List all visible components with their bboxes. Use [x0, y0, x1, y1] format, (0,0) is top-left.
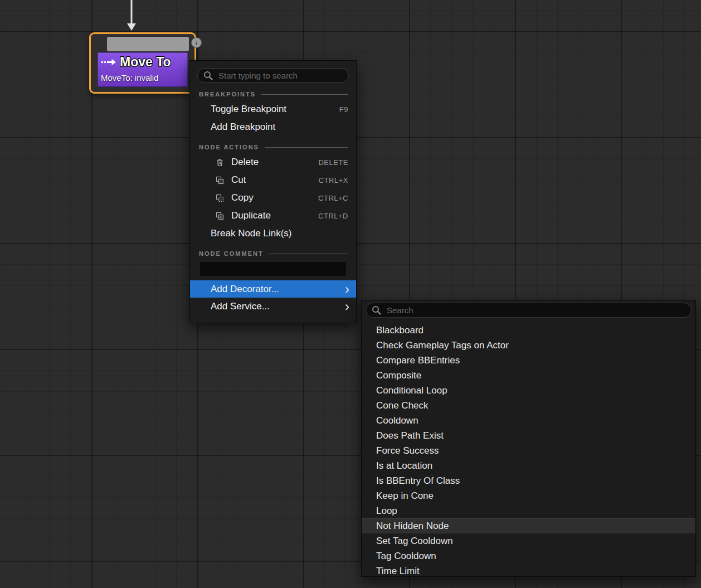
- decorator-item-cone-check[interactable]: Cone Check: [362, 398, 695, 413]
- decorator-item-is-bbentry-of-class[interactable]: Is BBEntry Of Class: [362, 473, 695, 488]
- decorator-list: Blackboard Check Gameplay Tags on Actor …: [362, 323, 695, 577]
- menu-item-delete[interactable]: Delete DELETE: [190, 153, 356, 171]
- section-divider: [269, 254, 348, 254]
- context-menu-search-input[interactable]: [217, 70, 343, 81]
- section-header-node-comment: NODE COMMENT: [199, 250, 348, 257]
- decorator-item-set-tag-cooldown[interactable]: Set Tag Cooldown: [362, 533, 695, 548]
- menu-item-cut[interactable]: Cut CTRL+X: [190, 171, 356, 189]
- decorator-item-keep-in-cone[interactable]: Keep in Cone: [362, 488, 695, 503]
- node-context-menu: BREAKPOINTS Toggle Breakpoint F9 Add Bre…: [189, 60, 357, 323]
- menu-item-add-breakpoint[interactable]: Add Breakpoint: [190, 118, 356, 136]
- decorator-item-is-at-location[interactable]: Is at Location: [362, 458, 695, 473]
- section-divider: [261, 94, 348, 95]
- decorator-item-compare-bbentries[interactable]: Compare BBEntries: [362, 353, 695, 368]
- node-body: Move To MoveTo: invalid: [98, 52, 188, 87]
- menu-item-add-service[interactable]: Add Service...: [190, 298, 356, 315]
- decorator-search-box[interactable]: [366, 303, 692, 318]
- decorator-item-does-path-exist[interactable]: Does Path Exist: [362, 428, 695, 443]
- decorator-item-time-limit[interactable]: Time Limit: [362, 563, 695, 577]
- chevron-right-icon: [345, 283, 349, 296]
- decorator-item-check-gameplay-tags[interactable]: Check Gameplay Tags on Actor: [362, 338, 695, 353]
- duplicate-icon: [215, 212, 225, 220]
- search-icon: [372, 305, 381, 315]
- decorator-item-conditional-loop[interactable]: Conditional Loop: [362, 383, 695, 398]
- decorator-item-cooldown[interactable]: Cooldown: [362, 413, 695, 428]
- shortcut-label: CTRL+D: [318, 212, 348, 220]
- cut-icon: [215, 176, 225, 184]
- decorator-item-force-success[interactable]: Force Success: [362, 443, 695, 458]
- section-header-node-actions: NODE ACTIONS: [199, 144, 348, 150]
- shortcut-label: DELETE: [318, 158, 348, 167]
- copy-icon: [215, 194, 225, 202]
- section-divider: [265, 147, 348, 148]
- chevron-right-icon: [345, 300, 349, 313]
- trash-icon: [215, 158, 225, 167]
- node-comment-input[interactable]: [199, 261, 347, 276]
- shortcut-label: CTRL+C: [318, 194, 348, 202]
- info-icon: [191, 37, 202, 48]
- menu-item-duplicate[interactable]: Duplicate CTRL+D: [190, 207, 356, 225]
- shortcut-label: F9: [339, 105, 348, 114]
- decorator-item-loop[interactable]: Loop: [362, 503, 695, 518]
- shortcut-label: CTRL+X: [319, 176, 348, 184]
- search-icon: [203, 71, 213, 80]
- decorator-item-blackboard[interactable]: Blackboard: [362, 323, 695, 338]
- menu-item-add-decorator[interactable]: Add Decorator...: [190, 280, 356, 298]
- add-decorator-submenu: Blackboard Check Gameplay Tags on Actor …: [361, 300, 696, 577]
- menu-item-toggle-breakpoint[interactable]: Toggle Breakpoint F9: [190, 100, 356, 118]
- menu-item-copy[interactable]: Copy CTRL+C: [190, 189, 356, 207]
- menu-item-break-node-links[interactable]: Break Node Link(s): [190, 225, 356, 242]
- section-header-breakpoints: BREAKPOINTS: [199, 91, 348, 98]
- decorator-item-composite[interactable]: Composite: [362, 368, 695, 383]
- node-title: Move To: [120, 55, 171, 70]
- behavior-tree-node-move-to[interactable]: Move To MoveTo: invalid: [89, 32, 196, 94]
- context-menu-search-box[interactable]: [197, 68, 349, 83]
- decorator-item-tag-cooldown[interactable]: Tag Cooldown: [362, 548, 695, 563]
- move-to-arrow-icon: [101, 59, 116, 66]
- decorator-item-not-hidden-node[interactable]: Not Hidden Node: [362, 518, 695, 533]
- node-comment-bubble: [107, 37, 189, 51]
- decorator-search-input[interactable]: [386, 305, 685, 315]
- node-subtitle: MoveTo: invalid: [98, 71, 188, 85]
- node-connection-arrow: [124, 0, 140, 33]
